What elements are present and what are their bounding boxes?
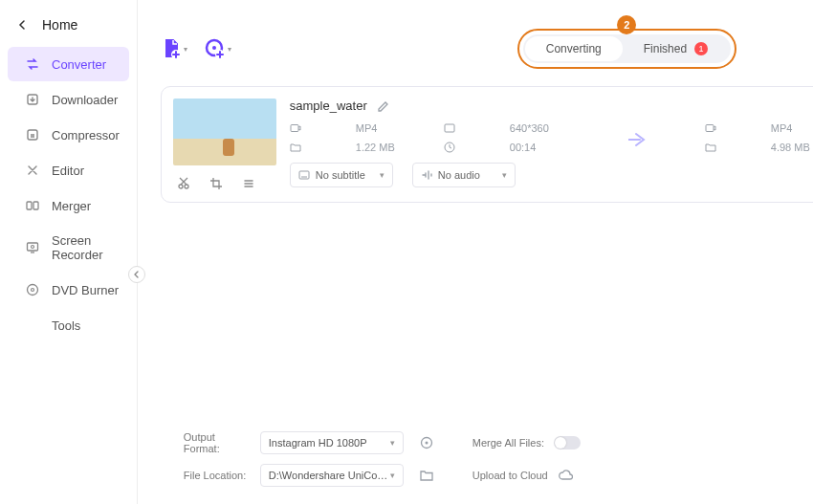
chevron-down-icon: ▾ [184,45,187,54]
svg-point-6 [28,285,38,296]
callout-step-2: 2 [617,15,636,34]
dst-format: MP4 [771,122,813,134]
audio-dropdown[interactable]: No audio ▾ [412,163,516,187]
svg-rect-25 [706,125,714,132]
sidebar-item-editor[interactable]: Editor [8,153,129,187]
output-format-label: Output Format: [184,431,251,454]
editor-icon [25,163,40,178]
chevron-down-icon: ▾ [390,438,395,448]
main-area: ▾ ▾ 2 Converting [138,0,813,504]
video-thumbnail[interactable] [173,99,276,165]
folder-icon [705,142,766,153]
svg-point-20 [179,185,183,188]
folder-icon [290,142,351,153]
svg-rect-4 [28,243,38,251]
home-row[interactable]: Home [0,8,137,46]
file-plus-icon [161,38,182,59]
audio-icon [421,169,432,181]
svg-point-21 [185,185,188,188]
svg-rect-22 [291,125,298,132]
tab-label: Converting [546,42,602,55]
sidebar-item-label: Converter [52,57,106,72]
convert-icon [25,56,40,72]
svg-rect-23 [445,124,454,132]
sidebar-item-label: Tools [52,318,80,333]
sidebar-nav: Converter Downloader Compressor Editor M… [0,47,137,342]
svg-rect-3 [33,202,38,209]
trim-icon[interactable] [177,177,190,190]
tab-finished[interactable]: Finished 1 [623,36,729,61]
tab-converting[interactable]: Converting [525,36,623,61]
subtitle-value: No subtitle [316,169,365,181]
output-format-value: Instagram HD 1080P [269,437,367,449]
svg-point-5 [32,246,34,249]
svg-rect-31 [299,171,309,179]
sidebar-item-label: DVD Burner [52,283,119,297]
output-settings-icon[interactable] [419,435,434,450]
merge-toggle[interactable] [554,436,581,449]
file-title: sample_water [290,99,367,113]
open-folder-icon[interactable] [419,468,434,483]
svg-rect-2 [27,202,32,209]
file-location-label: File Location: [184,470,251,481]
sidebar-item-label: Editor [52,164,84,178]
merger-icon [25,198,40,213]
sidebar-item-compressor[interactable]: Compressor [8,118,129,152]
sidebar-item-label: Compressor [52,128,120,142]
output-format-dropdown[interactable]: Instagram HD 1080P ▾ [260,431,404,454]
chevron-down-icon: ▾ [390,471,395,480]
cloud-icon[interactable] [558,469,573,482]
src-size: 1.22 MB [356,142,417,153]
chevron-down-icon: ▾ [502,170,507,180]
sidebar-item-dvd-burner[interactable]: DVD Burner [8,273,129,307]
finished-badge: 1 [694,42,708,55]
sidebar-item-label: Merger [52,199,91,213]
merge-label: Merge All Files: [472,437,544,449]
dst-size: 4.98 MB [771,142,813,153]
upload-label: Upload to Cloud [472,470,548,481]
disc-plus-icon [205,38,226,59]
svg-point-10 [28,327,31,330]
file-location-dropdown[interactable]: D:\Wondershare UniConverter 1 ▾ [260,464,404,487]
download-icon [25,92,40,107]
file-card: sample_water MP4 640*360 1.22 [161,86,813,203]
resolution-icon [444,122,505,134]
compress-icon [25,127,40,142]
src-res: 640*360 [510,122,571,134]
svg-point-8 [28,320,31,323]
src-dur: 00:14 [510,142,571,153]
sidebar-item-screen-recorder[interactable]: Screen Recorder [8,224,129,272]
file-location-value: D:\Wondershare UniConverter 1 [269,470,390,481]
add-file-button[interactable]: ▾ [161,38,187,59]
svg-point-34 [425,442,428,445]
arrow-icon [628,122,648,147]
sidebar-item-label: Screen Recorder [52,233,120,262]
target-meta: MP4 1080*1920 4.98 MB 00:14 [705,122,813,153]
edit-icon[interactable] [377,99,390,113]
audio-value: No audio [438,169,480,181]
chevron-down-icon: ▾ [380,170,385,180]
sidebar-item-label: Downloader [52,93,118,107]
recorder-icon [25,240,40,255]
sidebar-item-merger[interactable]: Merger [8,188,129,223]
add-disc-button[interactable]: ▾ [205,38,231,59]
sidebar-item-downloader[interactable]: Downloader [8,82,129,117]
crop-icon[interactable] [209,177,223,190]
subtitle-dropdown[interactable]: No subtitle ▾ [290,163,393,187]
status-tabs: 2 Converting Finished 1 [523,34,731,63]
video-icon [290,122,351,134]
sidebar-item-converter[interactable]: Converter [8,47,129,81]
video-icon [705,122,766,134]
tab-label: Finished [644,42,687,55]
src-format: MP4 [356,122,417,134]
svg-point-18 [212,46,216,50]
tools-icon [25,318,40,333]
home-label: Home [42,17,77,33]
sidebar-item-tools[interactable]: Tools [8,308,129,342]
svg-point-11 [34,327,37,330]
clock-icon [444,142,505,153]
source-meta: MP4 640*360 1.22 MB 00:14 [290,122,571,153]
back-icon[interactable] [17,20,31,30]
more-icon[interactable] [242,177,255,190]
subtitle-icon [298,169,310,181]
